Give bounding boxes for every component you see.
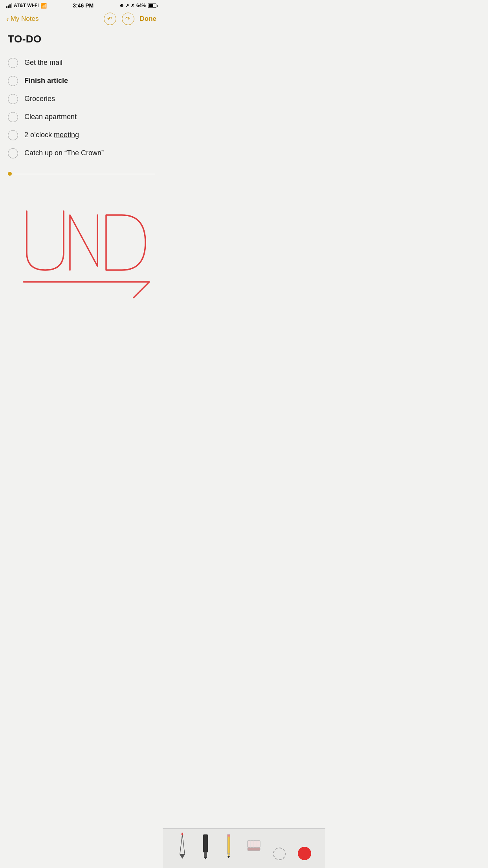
todo-item: 2 o’clock meeting (8, 126, 155, 144)
todo-checkbox[interactable] (8, 112, 18, 122)
todo-item: Clean apartment (8, 108, 155, 126)
redo-button[interactable]: ↷ (122, 13, 134, 25)
divider-dot (8, 172, 12, 176)
carrier-label: AT&T Wi-Fi (14, 3, 39, 8)
todo-checkbox[interactable] (8, 148, 18, 158)
todo-text: Clean apartment (24, 112, 77, 122)
location-icon: ⊕ (120, 3, 123, 8)
signal-icon (6, 3, 12, 8)
chevron-left-icon: ‹ (6, 15, 9, 24)
todo-list: Get the mailFinish articleGroceriesClean… (8, 54, 155, 162)
battery-percent: 64% (136, 3, 146, 8)
todo-text: Get the mail (24, 58, 62, 68)
todo-item: Catch up on “The Crown” (8, 144, 155, 162)
status-right: ⊕ ↗ ✗ 64% (120, 3, 156, 8)
todo-checkbox[interactable] (8, 130, 18, 140)
todo-text: Finish article (24, 76, 68, 86)
todo-item: Groceries (8, 90, 155, 108)
divider-line (14, 174, 155, 174)
back-button[interactable]: ‹ My Notes (6, 15, 39, 24)
status-left: AT&T Wi-Fi 📶 (6, 3, 47, 9)
status-bar: AT&T Wi-Fi 📶 3:46 PM ⊕ ↗ ✗ 64% (0, 0, 163, 10)
todo-text: Groceries (24, 94, 55, 104)
todo-text: 2 o’clock meeting (24, 130, 79, 140)
todo-text: Catch up on “The Crown” (24, 148, 104, 158)
nav-center-controls: ↶ ↷ Done (104, 13, 157, 25)
todo-item: Get the mail (8, 54, 155, 72)
section-divider (8, 172, 155, 176)
nav-bar: ‹ My Notes ↶ ↷ Done (0, 10, 163, 29)
handwriting-svg (0, 176, 163, 309)
back-label: My Notes (11, 15, 39, 23)
drawing-canvas[interactable] (0, 176, 163, 311)
done-button[interactable]: Done (140, 15, 157, 23)
note-title: TO-DO (8, 33, 155, 45)
wifi-icon: 📶 (40, 3, 47, 9)
todo-item: Finish article (8, 72, 155, 90)
undo-button[interactable]: ↶ (104, 13, 116, 25)
todo-checkbox[interactable] (8, 76, 18, 86)
todo-checkbox[interactable] (8, 58, 18, 68)
arrow-icon: ↗ (125, 3, 129, 8)
todo-checkbox[interactable] (8, 94, 18, 104)
battery-icon (148, 4, 156, 8)
bluetooth-icon: ✗ (131, 3, 134, 8)
time-label: 3:46 PM (73, 2, 94, 9)
note-content: TO-DO Get the mailFinish articleGrocerie… (0, 29, 163, 170)
